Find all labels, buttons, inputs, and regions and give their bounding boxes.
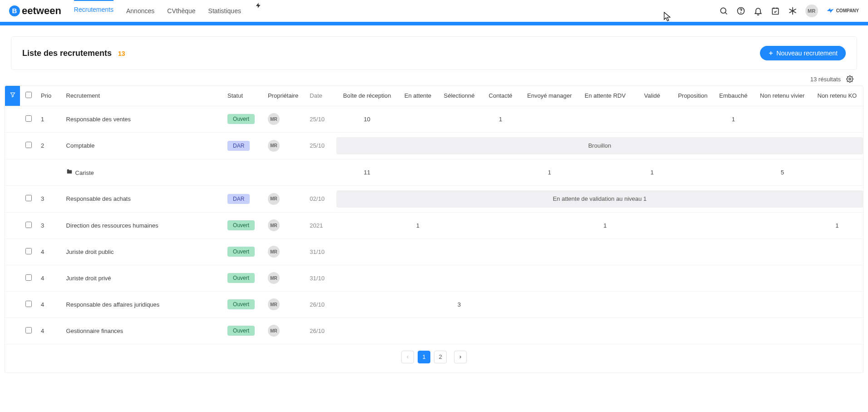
cell-embauche: [713, 212, 754, 238]
svg-point-0: [720, 8, 726, 13]
cell-attente_rdv: [578, 265, 632, 291]
cell-boite: [336, 238, 398, 265]
table-row[interactable]: 4Responsable des affaires juridiquesOuve…: [5, 291, 863, 318]
nav-statistiques[interactable]: Statistiques: [208, 1, 241, 21]
col-embauche[interactable]: Embauché: [713, 86, 754, 106]
row-checkbox[interactable]: [25, 115, 32, 122]
owner-avatar[interactable]: MR: [268, 246, 280, 258]
row-checkbox[interactable]: [25, 301, 32, 307]
col-statut[interactable]: Statut: [224, 86, 264, 106]
row-date: 02/10: [306, 185, 336, 212]
col-proposition[interactable]: Proposition: [672, 86, 713, 106]
cell-non_retenu_ko: [811, 318, 863, 344]
nav-cvtheque[interactable]: CVthèque: [167, 1, 195, 21]
owner-avatar[interactable]: MR: [268, 193, 280, 205]
row-name[interactable]: Gestionnaire finances: [63, 318, 224, 344]
cell-proposition: [672, 159, 713, 185]
row-name[interactable]: Comptable: [63, 132, 224, 159]
row-checkbox[interactable]: [25, 222, 32, 228]
row-name[interactable]: Responsable des ventes: [63, 106, 224, 132]
cell-attente: [398, 238, 438, 265]
row-prio: 3: [37, 185, 63, 212]
logo[interactable]: B eetween: [9, 5, 61, 17]
cell-boite: [336, 212, 398, 238]
snowflake-icon[interactable]: [788, 6, 797, 15]
owner-avatar[interactable]: MR: [268, 219, 280, 231]
bell-icon[interactable]: [754, 6, 763, 15]
col-recrutement[interactable]: Recrutement: [63, 86, 224, 106]
user-avatar[interactable]: MR: [805, 5, 818, 17]
col-date[interactable]: Date: [306, 86, 336, 106]
cell-non_retenu_vivier: [754, 265, 811, 291]
table-row[interactable]: 4Juriste droit privéOuvertMR31/10: [5, 265, 863, 291]
col-envoye-manager[interactable]: Envoyé manager: [521, 86, 578, 106]
row-name[interactable]: Cariste: [63, 159, 224, 185]
page-1[interactable]: 1: [418, 351, 430, 363]
owner-avatar[interactable]: MR: [268, 113, 280, 125]
cell-boite: [336, 318, 398, 344]
row-checkbox[interactable]: [25, 327, 32, 333]
owner-avatar[interactable]: MR: [268, 140, 280, 152]
cell-non_retenu_ko: 1: [811, 212, 863, 238]
help-icon[interactable]: [736, 6, 745, 15]
col-prio[interactable]: Prio: [37, 86, 63, 106]
row-checkbox[interactable]: [25, 248, 32, 254]
col-proprietaire[interactable]: Propriétaire: [264, 86, 306, 106]
col-valide[interactable]: Validé: [632, 86, 672, 106]
table-row[interactable]: 1Responsable des ventesOuvertMR25/101011: [5, 106, 863, 132]
table-row[interactable]: 2ComptableDARMR25/10Brouillon: [5, 132, 863, 159]
table-row[interactable]: 4Juriste droit publicOuvertMR31/10: [5, 238, 863, 265]
search-icon[interactable]: [719, 6, 728, 15]
filter-button[interactable]: [5, 86, 20, 106]
bolt-icon[interactable]: [254, 1, 263, 10]
page-prev[interactable]: [401, 351, 414, 363]
nav-annonces[interactable]: Annonces: [126, 1, 154, 21]
cell-embauche: [713, 159, 754, 185]
row-checkbox[interactable]: [25, 274, 32, 281]
cell-boite: [336, 265, 398, 291]
calendar-icon[interactable]: [771, 6, 780, 15]
owner-avatar[interactable]: MR: [268, 325, 280, 337]
col-attente[interactable]: En attente: [398, 86, 438, 106]
row-name[interactable]: Responsable des achats: [63, 185, 224, 212]
row-checkbox[interactable]: [25, 195, 32, 201]
row-name[interactable]: Direction des ressources humaines: [63, 212, 224, 238]
nav-recrutements[interactable]: Recrutements: [74, 0, 113, 21]
table-row[interactable]: Cariste11115: [5, 159, 863, 185]
company-logo[interactable]: COMPANY: [826, 7, 859, 15]
gear-icon[interactable]: [845, 74, 854, 84]
new-recruitment-button[interactable]: Nouveau recrutement: [760, 46, 846, 60]
row-checkbox[interactable]: [25, 142, 32, 148]
row-prio: 3: [37, 212, 63, 238]
col-contacte[interactable]: Contacté: [480, 86, 521, 106]
col-non-retenu-ko[interactable]: Non retenu KO: [811, 86, 863, 106]
page-title: Liste des recrutements: [22, 49, 112, 58]
status-badge: Ouvert: [227, 273, 255, 283]
status-badge: Ouvert: [227, 326, 255, 336]
row-prio: 2: [37, 132, 63, 159]
col-boite[interactable]: Boîte de réception: [336, 86, 398, 106]
table-row[interactable]: 3Direction des ressources humainesOuvert…: [5, 212, 863, 238]
cell-attente: [398, 318, 438, 344]
row-name[interactable]: Juriste droit public: [63, 238, 224, 265]
table-row[interactable]: 3Responsable des achatsDARMR02/10En atte…: [5, 185, 863, 212]
page-next[interactable]: [454, 351, 467, 363]
svg-point-12: [849, 78, 851, 80]
owner-avatar[interactable]: MR: [268, 298, 280, 310]
cell-envoye_manager: [521, 265, 578, 291]
row-name[interactable]: Juriste droit privé: [63, 265, 224, 291]
col-non-retenu-vivier[interactable]: Non retenu vivier: [754, 86, 811, 106]
row-name[interactable]: Responsable des affaires juridiques: [63, 291, 224, 318]
col-selectionne[interactable]: Sélectionné: [438, 86, 480, 106]
table-row[interactable]: 4Gestionnaire financesOuvertMR26/10: [5, 318, 863, 344]
svg-rect-4: [772, 8, 778, 14]
cell-selectionne: 3: [438, 291, 480, 318]
row-prio: 1: [37, 106, 63, 132]
page-2[interactable]: 2: [434, 351, 447, 363]
cell-proposition: [672, 212, 713, 238]
col-attente-rdv[interactable]: En attente RDV: [578, 86, 632, 106]
cell-attente: [398, 265, 438, 291]
row-banner: Brouillon: [336, 137, 863, 154]
owner-avatar[interactable]: MR: [268, 272, 280, 284]
select-all-checkbox[interactable]: [20, 86, 37, 106]
